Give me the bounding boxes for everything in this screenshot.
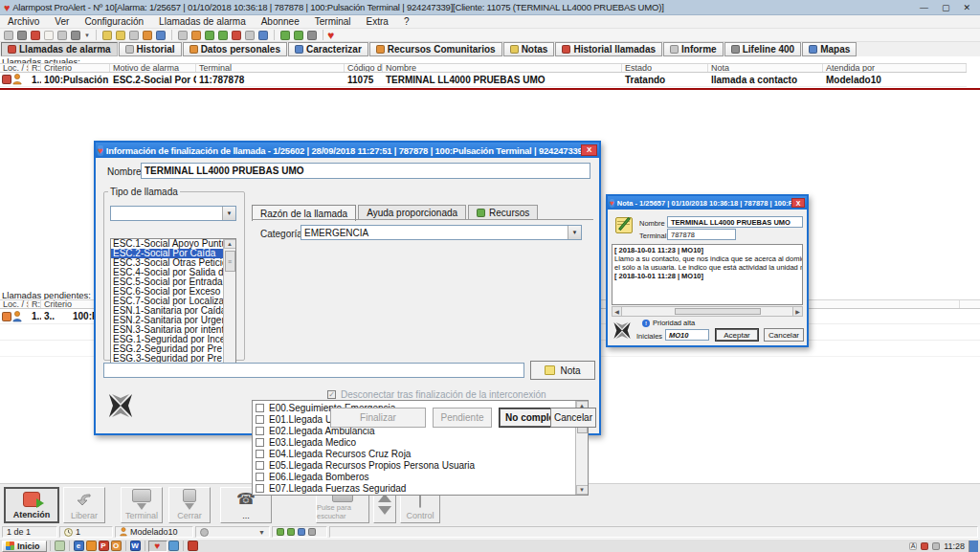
toolbar-icon[interactable] bbox=[129, 31, 139, 40]
col-terminal[interactable]: Terminal bbox=[196, 64, 345, 72]
list-item[interactable]: ESN.1-Sanitaria por Caída / A bbox=[111, 306, 223, 316]
col-nombre[interactable]: Nombre bbox=[383, 64, 622, 72]
scroll-left-icon[interactable]: ◀ bbox=[612, 307, 622, 316]
cancelar-button[interactable]: Cancelar bbox=[550, 408, 596, 428]
list-item[interactable]: ESC.4-Social por Salida de Zo bbox=[111, 268, 223, 277]
nombre-input[interactable]: TERMINAL LL4000 PRUEBAS UMO bbox=[141, 163, 590, 179]
tab-ayuda-proporcionada[interactable]: Ayuda proporcionada bbox=[358, 205, 466, 220]
nota-cancelar-button[interactable]: Cancelar bbox=[764, 328, 804, 342]
status-icon[interactable] bbox=[277, 528, 284, 536]
toolbar-icon[interactable] bbox=[156, 31, 166, 40]
tipo-llamada-combobox[interactable]: ▼ bbox=[110, 206, 236, 221]
list-item[interactable]: ESN.2-Sanitaria por Urgencia I bbox=[111, 316, 223, 325]
tab-recursos-comunitarios[interactable]: Recursos Comunitarios bbox=[369, 42, 502, 56]
nota-terminal-input[interactable]: 787878 bbox=[667, 229, 736, 240]
toolbar-icon[interactable] bbox=[17, 31, 27, 40]
menu-ver[interactable]: Ver bbox=[47, 16, 77, 27]
arrow-down-icon[interactable] bbox=[378, 506, 391, 515]
menu-ayuda[interactable]: ? bbox=[396, 16, 417, 27]
nota-textarea[interactable]: [ 2018-10-01 11:23 | MO10] Llamo a su co… bbox=[612, 244, 803, 305]
col-nota[interactable]: Nota bbox=[708, 64, 823, 72]
toolbar-icon[interactable] bbox=[44, 31, 54, 40]
razon-row[interactable]: E06.Llegada Bomberos bbox=[253, 471, 575, 482]
col-loc[interactable]: Loc. / Se... bbox=[0, 300, 29, 308]
dropdown-arrow-icon[interactable]: ▼ bbox=[258, 529, 265, 536]
list-item[interactable]: ESC.3-Social Otras Peticiones bbox=[111, 258, 223, 268]
menu-configuracion[interactable]: Configuración bbox=[77, 16, 151, 27]
menu-terminal[interactable]: Terminal bbox=[307, 16, 359, 27]
toolbar-icon[interactable] bbox=[143, 31, 152, 40]
tab-llamadas-de-alarma[interactable]: Llamadas de alarma bbox=[1, 42, 118, 56]
menu-extra[interactable]: Extra bbox=[359, 16, 396, 27]
toolbar-icon[interactable] bbox=[205, 31, 214, 40]
scroll-up-icon[interactable]: ▲ bbox=[224, 239, 236, 249]
list-item[interactable]: ESC.5-Social por Entrada en Z bbox=[111, 277, 223, 287]
toolbar-icon[interactable] bbox=[57, 31, 67, 40]
razon-row[interactable]: E03.Llegada Medico bbox=[253, 436, 575, 448]
toolbar-icon[interactable] bbox=[116, 31, 125, 40]
dialog-close-button[interactable]: X bbox=[581, 144, 597, 156]
maximize-button[interactable]: ▢ bbox=[942, 3, 950, 12]
scrollbar-thumb[interactable] bbox=[675, 308, 761, 315]
actuales-row[interactable]: 1... 100:Pulsación Te... ESC.2-Social Po… bbox=[0, 73, 967, 87]
checkbox[interactable] bbox=[256, 450, 264, 458]
pdf-icon[interactable] bbox=[188, 541, 198, 551]
note-input[interactable] bbox=[103, 363, 524, 378]
toolbar-icon[interactable] bbox=[191, 31, 201, 40]
iniciales-input[interactable]: MO10 bbox=[665, 329, 709, 341]
col-r[interactable]: R: bbox=[29, 300, 41, 308]
toolbar-icon[interactable] bbox=[258, 31, 268, 40]
tipo-llamada-listbox[interactable]: ESC.1-Social Apoyo Puntual A ESC.2-Socia… bbox=[110, 238, 236, 374]
taskbar-clock[interactable]: 11:28 bbox=[944, 541, 965, 551]
tab-mapas[interactable]: Mapas bbox=[802, 42, 857, 56]
list-item[interactable]: ESG.2-Seguridad por Pre alarm bbox=[111, 344, 223, 354]
toolbar-icon[interactable] bbox=[245, 31, 255, 40]
toolbar-icon[interactable] bbox=[307, 31, 317, 40]
checkbox[interactable] bbox=[256, 404, 264, 412]
col-criterio[interactable]: Criterio bbox=[41, 64, 110, 72]
tab-historial[interactable]: Historial bbox=[119, 42, 182, 56]
vertical-scrollbar[interactable]: ▲ ≡ ▼ bbox=[223, 239, 235, 373]
tab-caracterizar[interactable]: Caracterizar bbox=[288, 42, 368, 56]
scroll-down-icon[interactable]: ▼ bbox=[576, 485, 589, 495]
powerpoint-icon[interactable]: P bbox=[99, 541, 109, 551]
checkbox[interactable] bbox=[256, 438, 264, 447]
scrollbar-thumb[interactable]: ≡ bbox=[225, 251, 235, 272]
list-item[interactable]: ESN.3-Sanitaria por intento Au bbox=[111, 325, 223, 335]
aceptar-button[interactable]: Aceptar bbox=[715, 328, 759, 342]
tray-volume-icon[interactable] bbox=[932, 542, 940, 550]
toolbar-icon[interactable] bbox=[102, 31, 112, 40]
toolbar-dropdown-icon[interactable]: ▼ bbox=[84, 33, 90, 38]
toolbar-icon[interactable] bbox=[280, 31, 290, 40]
tray-icon[interactable]: A bbox=[909, 542, 917, 550]
tab-lifeline-400[interactable]: Lifeline 400 bbox=[724, 42, 801, 56]
razon-row[interactable]: E07.Llegada Fuerzas Seguridad bbox=[253, 482, 575, 494]
col-estado[interactable]: Estado bbox=[622, 64, 708, 72]
messenger-icon[interactable] bbox=[168, 541, 179, 551]
toolbar-icon[interactable] bbox=[232, 31, 241, 40]
col-loc[interactable]: Loc. / Se... bbox=[0, 64, 29, 72]
close-button[interactable]: ✕ bbox=[963, 3, 970, 12]
word-icon[interactable]: W bbox=[130, 541, 141, 551]
menu-archivo[interactable]: Archivo bbox=[0, 16, 47, 27]
tab-recursos[interactable]: Recursos bbox=[468, 205, 538, 220]
toolbar-icon[interactable] bbox=[4, 31, 13, 40]
toolbar-icon[interactable] bbox=[218, 31, 228, 40]
tab-datos-personales[interactable]: Datos personales bbox=[183, 42, 287, 56]
alarm-heart-icon[interactable]: ♥ bbox=[327, 31, 334, 40]
menu-llamadas-de-alarma[interactable]: Llamadas de alarma bbox=[151, 16, 254, 27]
list-item[interactable]: ESC.7-Social por Localización bbox=[111, 297, 223, 306]
toolbar-icon[interactable] bbox=[178, 31, 188, 40]
start-button[interactable]: Inicio bbox=[2, 541, 47, 552]
col-atendida[interactable]: Atendida por bbox=[823, 64, 967, 72]
checkbox[interactable] bbox=[256, 473, 264, 481]
media-player-icon[interactable] bbox=[86, 541, 97, 551]
status-icon[interactable] bbox=[298, 528, 305, 536]
dialog-title-bar[interactable]: ♥ Información de finalización de llamada… bbox=[96, 143, 599, 158]
toolbar-icon[interactable] bbox=[71, 31, 80, 40]
col-r[interactable]: R: bbox=[29, 64, 41, 72]
dropdown-arrow-icon[interactable]: ▼ bbox=[222, 207, 235, 220]
tray-icon[interactable] bbox=[921, 542, 928, 550]
nota-close-button[interactable]: X bbox=[791, 198, 805, 208]
checkbox[interactable] bbox=[256, 484, 264, 493]
